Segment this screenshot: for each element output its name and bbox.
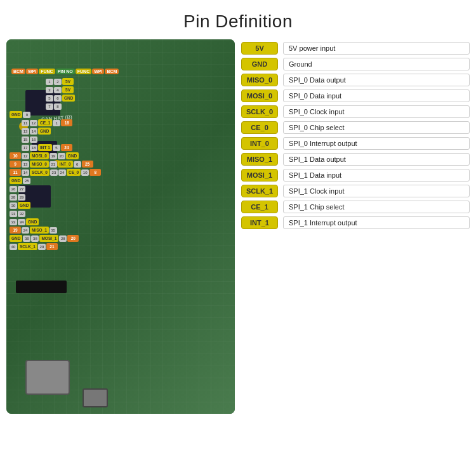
usb-port (83, 388, 108, 407)
legend-item-sclk0: SCLK_0 SPI_0 Clock input (241, 105, 470, 118)
pcb-pin-row-7: 1314 GND (10, 127, 101, 135)
hdr-wpi-right: WPI (92, 69, 104, 74)
legend-item-5v: 5V 5V power input (241, 42, 470, 55)
legend-item-int1: INT_1 SPI_1 Interrupt output (241, 216, 470, 229)
legend-desc-int0: SPI_0 Interrupt output (283, 137, 470, 150)
pcb-pin-table: 12 5V 34 5V 56 GND (10, 77, 101, 251)
legend-desc-gnd: Ground (283, 58, 470, 70)
pcb-pin-row-9: 1718 INT 1 5 24 (10, 143, 101, 152)
hdr-func-right: FUNC (76, 69, 91, 74)
pcb-pin-row-8: 1516 (10, 135, 101, 143)
legend-badge-gnd: GND (241, 58, 278, 70)
legend-badge-sclk1: SCLK_1 (241, 185, 278, 197)
legend-item-int0: INT_0 SPI_0 Interrupt output (241, 137, 470, 150)
pcb-pin-row-14: 2627 (10, 185, 101, 193)
legend-badge-mosi0: MOSI_0 (241, 89, 278, 102)
pcb-pin-row-1: 12 5V (10, 77, 101, 86)
legend-desc-mosi0: SPI_0 Data input (283, 89, 470, 102)
pcb-pin-row-21: 40 SCLK_1 29 21 (10, 242, 101, 251)
legend-item-sclk1: SCLK_1 SPI_1 Clock input (241, 185, 470, 197)
legend-badge-ce0: CE_0 (241, 121, 278, 134)
pcb-pin-row-15: 2829 (10, 193, 101, 201)
legend-item-mosi1: MOSI_1 SPI_1 Data input (241, 169, 470, 182)
legend-panel: 5V 5V power input GND Ground MISO_0 SPI_… (241, 39, 470, 414)
legend-badge-int1: INT_1 (241, 216, 278, 229)
pcb-area: CAN HAT (B) BCM WPI FUNC PIN NO FUNC WPI… (6, 39, 235, 414)
page-title: Pin Definition (183, 11, 293, 32)
legend-item-ce1: CE_1 SPI_1 Chip select (241, 201, 470, 213)
legend-desc-ce1: SPI_1 Chip select (283, 201, 470, 213)
pcb-pin-row-20: GND 39 38 MOSI_1 28 20 (10, 234, 101, 242)
pcb-pin-row-2: 34 5V (10, 86, 101, 94)
pcb-pin-row-5: GND 9 (10, 110, 101, 119)
legend-desc-5v: 5V power input (283, 42, 470, 55)
hdr-bcm: BCM (11, 69, 25, 74)
pcb-pin-row-19: 19 24 MISO_1 35 (10, 226, 101, 234)
legend-item-miso0: MISO_0 SPI_0 Data output (241, 74, 470, 86)
legend-badge-mosi1: MOSI_1 (241, 169, 278, 182)
hdr-wpi: WPI (26, 69, 38, 74)
legend-badge-miso0: MISO_0 (241, 74, 278, 86)
pcb-pin-row-4: 78 (10, 102, 101, 110)
page-container: Pin Definition CAN HAT (B) (0, 0, 476, 476)
legend-desc-miso0: SPI_0 Data output (283, 74, 470, 86)
pcb-pin-row-10: 10 12 MOSI_0 1920 GND (10, 152, 101, 160)
pcb-pin-row-11: 9 13 MISO_0 21 INT_0 6 25 (10, 160, 101, 168)
hdr-pin-no: PIN NO (56, 69, 75, 74)
legend-badge-miso1: MISO_1 (241, 153, 278, 166)
pcb-pin-row-13: GND 25 (10, 176, 101, 185)
legend-desc-ce0: SPI_0 Chip select (283, 121, 470, 134)
legend-item-gnd: GND Ground (241, 58, 470, 70)
legend-badge-int0: INT_0 (241, 137, 278, 150)
pcb-pin-row-18: 3334 GND (10, 218, 101, 226)
ethernet-port (25, 360, 70, 395)
pcb-pin-row-16: 30 GND (10, 201, 101, 209)
pcb-pin-row-3: 56 GND (10, 94, 101, 102)
pcb-pin-row-12: 11 14 SCLK_0 2324 CE_0 10 8 (10, 168, 101, 176)
legend-desc-int1: SPI_1 Interrupt output (283, 216, 470, 229)
legend-item-ce0: CE_0 SPI_0 Chip select (241, 121, 470, 134)
pcb-image: CAN HAT (B) BCM WPI FUNC PIN NO FUNC WPI… (6, 39, 235, 414)
legend-desc-sclk0: SPI_0 Clock input (283, 105, 470, 118)
pcb-pin-row-17: 3132 (10, 209, 101, 218)
legend-item-mosi0: MOSI_0 SPI_0 Data input (241, 89, 470, 102)
pcb-pin-row-6: 1112 CE_1 1 18 (10, 119, 101, 127)
content-row: CAN HAT (B) BCM WPI FUNC PIN NO FUNC WPI… (0, 39, 476, 414)
legend-desc-miso1: SPI_1 Data output (283, 153, 470, 166)
legend-badge-5v: 5V (241, 42, 278, 55)
hdr-bcm-right: BCM (105, 69, 119, 74)
legend-item-miso1: MISO_1 SPI_1 Data output (241, 153, 470, 166)
hdr-func-left: FUNC (39, 69, 55, 74)
legend-desc-sclk1: SPI_1 Clock input (283, 185, 470, 197)
pin-header-labels: BCM WPI FUNC PIN NO FUNC WPI BCM (11, 69, 119, 74)
legend-badge-ce1: CE_1 (241, 201, 278, 213)
legend-desc-mosi1: SPI_1 Data input (283, 169, 470, 182)
legend-badge-sclk0: SCLK_0 (241, 105, 278, 118)
